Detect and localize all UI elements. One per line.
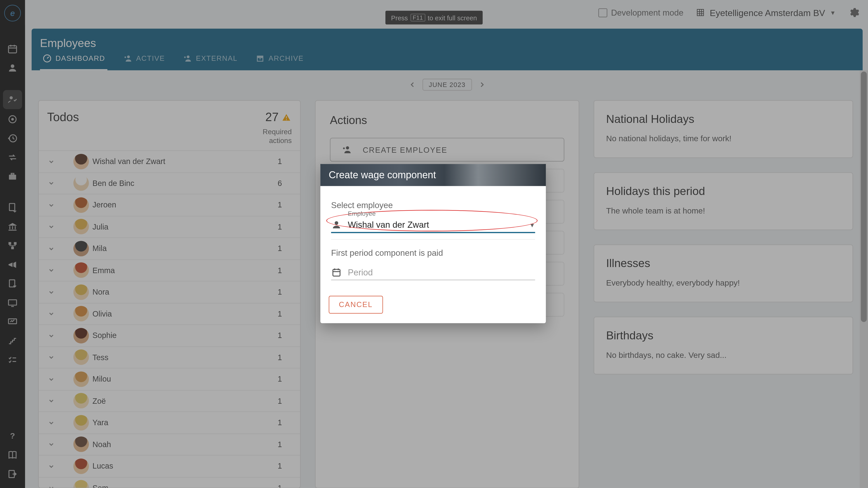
period-placeholder: Period [348, 268, 535, 277]
period-section-label: First period component is paid [331, 248, 535, 258]
person-icon [331, 219, 342, 230]
create-wage-component-modal: Create wage component Select employee Em… [320, 164, 546, 323]
svg-rect-40 [333, 269, 340, 276]
calendar-icon [331, 267, 342, 278]
employee-field-label: Employee [348, 210, 376, 217]
select-employee-label: Select employee [331, 200, 535, 210]
svg-point-39 [335, 221, 338, 225]
modal-title: Create wage component [320, 164, 546, 186]
employee-field-value: Wishal van der Zwart [348, 220, 523, 230]
employee-select[interactable]: Employee Wishal van der Zwart ▼ [331, 217, 535, 233]
dropdown-caret-icon[interactable]: ▼ [529, 221, 535, 228]
period-field[interactable]: Period [331, 265, 535, 281]
cancel-button[interactable]: CANCEL [329, 296, 383, 314]
